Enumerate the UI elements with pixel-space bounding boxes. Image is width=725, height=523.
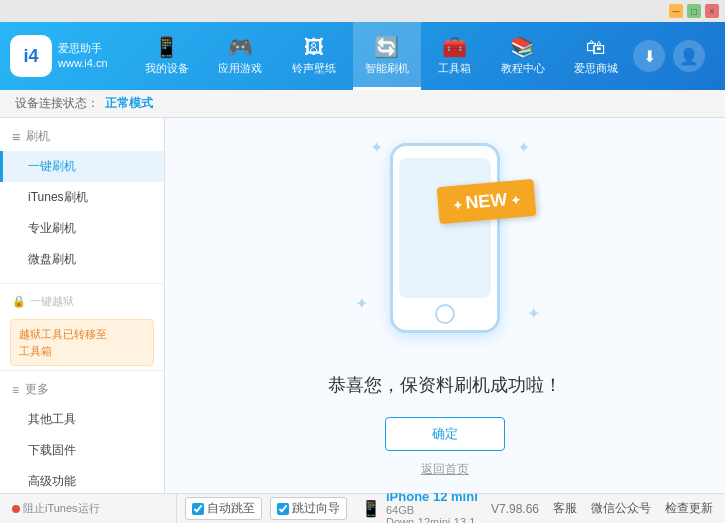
status-label: 设备连接状态： xyxy=(15,95,99,112)
bottom-left: 阻止iTunes运行 xyxy=(12,494,177,523)
logo-text: 爱思助手 www.i4.cn xyxy=(58,41,108,72)
nav-icon-3: 🔄 xyxy=(374,37,399,57)
user-button[interactable]: 👤 xyxy=(673,40,705,72)
phone-body xyxy=(390,143,500,333)
sidebar-item-pro-label: 专业刷机 xyxy=(28,221,76,235)
device-storage: 64GB xyxy=(386,504,414,516)
more-icon: ≡ xyxy=(12,383,19,397)
nav-item-4[interactable]: 🧰 工具箱 xyxy=(426,22,483,90)
nav-icon-4: 🧰 xyxy=(442,37,467,57)
sidebar-jailbreak-grayed: 🔒 一键越狱 xyxy=(0,288,164,315)
nav-label-1: 应用游戏 xyxy=(218,61,262,76)
bottom-right: V7.98.66 客服 微信公众号 检查更新 xyxy=(491,500,713,517)
device-details: iPhone 12 mini 64GB Down-12mini-13,1 xyxy=(386,489,478,523)
sidebar-divider1 xyxy=(0,283,164,284)
nav-items: 📱 我的设备🎮 应用游戏🖼 铃声壁纸🔄 智能刷机🧰 工具箱📚 教程中心🛍 爱思商… xyxy=(130,22,633,90)
sidebar-other-tools-label: 其他工具 xyxy=(28,412,76,426)
phone-home-button xyxy=(435,304,455,324)
logo-icon: i4 xyxy=(10,35,52,77)
sparkle3: ✦ xyxy=(355,294,368,313)
confirm-button[interactable]: 确定 xyxy=(385,417,505,451)
sidebar-item-cloud[interactable]: 微盘刷机 xyxy=(0,244,164,275)
status-bar: 设备连接状态： 正常模式 xyxy=(0,90,725,118)
device-icon: 📱 xyxy=(361,499,381,518)
content-area: ✦ ✦ ✦ ✦ NEW 恭喜您，保资料刷机成功啦！ 确定 返回首页 xyxy=(165,118,725,493)
lock-icon: 🔒 xyxy=(12,295,26,308)
sidebar-item-advanced[interactable]: 高级功能 xyxy=(0,466,164,493)
nav-item-1[interactable]: 🎮 应用游戏 xyxy=(206,22,274,90)
nav-label-0: 我的设备 xyxy=(145,61,189,76)
nav-label-5: 教程中心 xyxy=(501,61,545,76)
sidebar-divider2 xyxy=(0,370,164,371)
sidebar-flash-section: ≡ 刷机 一键刷机 iTunes刷机 专业刷机 微盘刷机 xyxy=(0,118,164,279)
sidebar-flash-label: 刷机 xyxy=(26,128,50,145)
skip-guide-label: 跳过向导 xyxy=(292,500,340,517)
minimize-button[interactable]: ─ xyxy=(669,4,683,18)
maximize-button[interactable]: □ xyxy=(687,4,701,18)
sidebar-item-pro[interactable]: 专业刷机 xyxy=(0,213,164,244)
sidebar-more-header: ≡ 更多 xyxy=(0,375,164,404)
sidebar-item-itunes-label: iTunes刷机 xyxy=(28,190,88,204)
itunes-status-dot xyxy=(12,505,20,513)
download-button[interactable]: ⬇ xyxy=(633,40,665,72)
back-home-link[interactable]: 返回首页 xyxy=(421,461,469,478)
device-sub: 64GB xyxy=(386,504,478,516)
flash-icon: ≡ xyxy=(12,129,20,145)
sidebar-item-onekey[interactable]: 一键刷机 xyxy=(0,151,164,182)
nav-item-0[interactable]: 📱 我的设备 xyxy=(133,22,201,90)
nav-icon-5: 📚 xyxy=(510,37,535,57)
new-badge: NEW xyxy=(437,179,537,224)
nav-icon-1: 🎮 xyxy=(228,37,253,57)
sidebar-more-label: 更多 xyxy=(25,381,49,398)
main-layout: ≡ 刷机 一键刷机 iTunes刷机 专业刷机 微盘刷机 🔒 一键越狱 越狱工具… xyxy=(0,118,725,493)
sidebar-download-firmware-label: 下载固件 xyxy=(28,443,76,457)
auto-jump-input[interactable] xyxy=(192,503,204,515)
sidebar-flash-header: ≡ 刷机 xyxy=(0,122,164,151)
nav-item-2[interactable]: 🖼 铃声壁纸 xyxy=(280,22,348,90)
sidebar-item-onekey-label: 一键刷机 xyxy=(28,159,76,173)
header: i4 爱思助手 www.i4.cn 📱 我的设备🎮 应用游戏🖼 铃声壁纸🔄 智能… xyxy=(0,22,725,90)
sidebar: ≡ 刷机 一键刷机 iTunes刷机 专业刷机 微盘刷机 🔒 一键越狱 越狱工具… xyxy=(0,118,165,493)
itunes-status: 阻止iTunes运行 xyxy=(12,501,100,516)
header-right: ⬇ 👤 xyxy=(633,40,715,72)
nav-label-3: 智能刷机 xyxy=(365,61,409,76)
sidebar-item-other-tools[interactable]: 其他工具 xyxy=(0,404,164,435)
nav-label-6: 爱思商城 xyxy=(574,61,618,76)
auto-jump-checkbox[interactable]: 自动跳至 xyxy=(185,497,262,520)
version-label: V7.98.66 xyxy=(491,502,539,516)
auto-jump-label: 自动跳至 xyxy=(207,500,255,517)
sparkle2: ✦ xyxy=(517,138,530,157)
logo-area: i4 爱思助手 www.i4.cn xyxy=(10,35,130,77)
sidebar-advanced-label: 高级功能 xyxy=(28,474,76,488)
nav-item-5[interactable]: 📚 教程中心 xyxy=(489,22,557,90)
nav-icon-6: 🛍 xyxy=(586,37,606,57)
nav-label-4: 工具箱 xyxy=(438,61,471,76)
nav-icon-0: 📱 xyxy=(154,37,179,57)
device-info: 📱 iPhone 12 mini 64GB Down-12mini-13,1 xyxy=(361,489,478,523)
sparkle1: ✦ xyxy=(370,138,383,157)
bottom-bar: 阻止iTunes运行 自动跳至 跳过向导 📱 iPhone 12 mini 64… xyxy=(0,493,725,523)
sparkle4: ✦ xyxy=(527,304,540,323)
title-bar: ─ □ × xyxy=(0,0,725,22)
nav-item-6[interactable]: 🛍 爱思商城 xyxy=(562,22,630,90)
sidebar-item-cloud-label: 微盘刷机 xyxy=(28,252,76,266)
phone-illustration: ✦ ✦ ✦ ✦ NEW xyxy=(345,133,545,353)
success-text: 恭喜您，保资料刷机成功啦！ xyxy=(328,373,562,397)
skip-guide-input[interactable] xyxy=(277,503,289,515)
phone-screen xyxy=(399,158,491,298)
check-update-link[interactable]: 检查更新 xyxy=(665,500,713,517)
itunes-status-label: 阻止iTunes运行 xyxy=(23,501,100,516)
device-model: Down-12mini-13,1 xyxy=(386,516,478,523)
nav-label-2: 铃声壁纸 xyxy=(292,61,336,76)
nav-item-3[interactable]: 🔄 智能刷机 xyxy=(353,22,421,90)
nav-icon-2: 🖼 xyxy=(304,37,324,57)
status-value: 正常模式 xyxy=(105,95,153,112)
checkbox-group: 自动跳至 跳过向导 xyxy=(185,497,347,520)
wechat-link[interactable]: 微信公众号 xyxy=(591,500,651,517)
sidebar-item-download-firmware[interactable]: 下载固件 xyxy=(0,435,164,466)
close-button[interactable]: × xyxy=(705,4,719,18)
customer-service-link[interactable]: 客服 xyxy=(553,500,577,517)
sidebar-item-itunes[interactable]: iTunes刷机 xyxy=(0,182,164,213)
skip-guide-checkbox[interactable]: 跳过向导 xyxy=(270,497,347,520)
sidebar-note: 越狱工具已转移至工具箱 xyxy=(10,319,154,366)
